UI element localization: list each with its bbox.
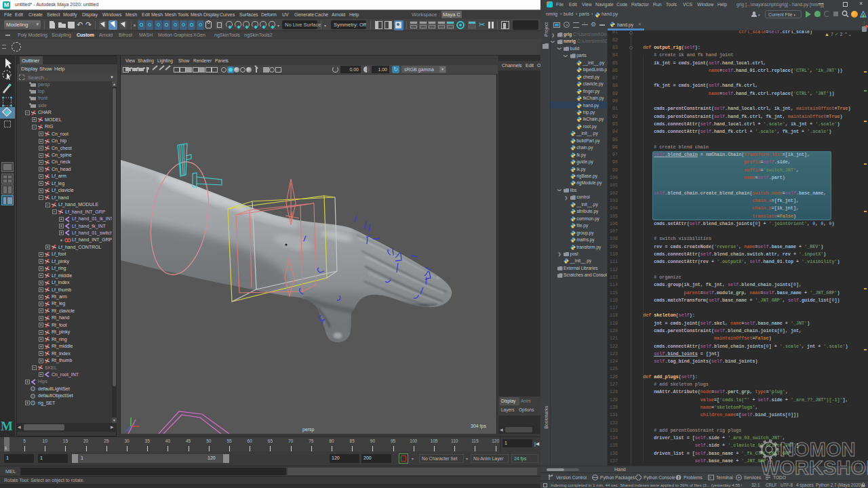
svg-text:persp: persp <box>302 427 315 432</box>
svg-text:304 fps: 304 fps <box>471 424 486 429</box>
